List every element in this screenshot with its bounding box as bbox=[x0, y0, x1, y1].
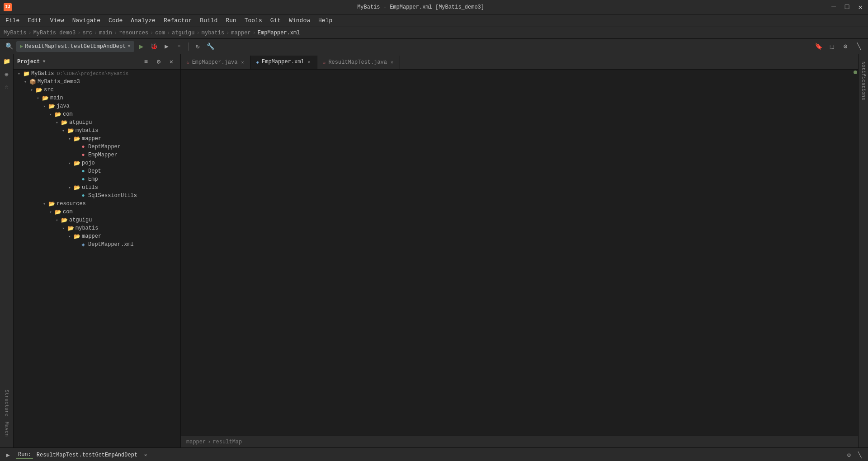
settings-button[interactable]: ⚙ bbox=[840, 41, 851, 52]
breadcrumb-sep-code: › bbox=[208, 439, 211, 445]
tree-item[interactable]: ▾📂mapper bbox=[14, 135, 180, 143]
menu-item-window[interactable]: Window bbox=[285, 16, 314, 25]
tab-close-java[interactable]: ✕ bbox=[240, 60, 245, 65]
run-tab-label[interactable]: Run: bbox=[16, 452, 33, 459]
menu-item-code[interactable]: Code bbox=[105, 16, 126, 25]
bookmarks-button[interactable]: 🔖 bbox=[813, 41, 824, 52]
tree-item[interactable]: ●Dept bbox=[14, 167, 180, 175]
more-run-options[interactable]: ≡ bbox=[174, 41, 185, 52]
menu-item-navigate[interactable]: Navigate bbox=[69, 16, 104, 25]
breadcrumb-main[interactable]: main bbox=[99, 30, 112, 36]
tab-empmapper-xml[interactable]: ◈ EmpMapper.xml ✕ bbox=[250, 56, 317, 69]
breadcrumb-src[interactable]: src bbox=[82, 30, 92, 36]
menu-item-tools[interactable]: Tools bbox=[241, 16, 266, 25]
menu-item-build[interactable]: Build bbox=[196, 16, 221, 25]
gutter-indicator bbox=[854, 71, 857, 74]
tree-node-label: SqlSessionUtils bbox=[88, 193, 137, 199]
tab-close-xml[interactable]: ✕ bbox=[307, 59, 311, 65]
menu-item-git[interactable]: Git bbox=[267, 16, 284, 25]
tree-item[interactable]: ●EmpMapper bbox=[14, 151, 180, 159]
tree-item[interactable]: ▾📂pojo bbox=[14, 159, 180, 167]
tree-item[interactable]: ●DeptMapper bbox=[14, 143, 180, 151]
sidebar-header: Project ▼ ≡ ⚙ ✕ bbox=[14, 54, 180, 70]
tree-item[interactable]: ▾📂mapper bbox=[14, 232, 180, 240]
show-options-icon[interactable]: ⚙ bbox=[153, 56, 164, 67]
coverage-button[interactable]: ▶ bbox=[161, 41, 172, 52]
menu-item-analyze[interactable]: Analyze bbox=[127, 16, 159, 25]
menu-item-view[interactable]: View bbox=[46, 16, 67, 25]
tree-item[interactable]: ▾📂com bbox=[14, 110, 180, 118]
breadcrumb-mybatis[interactable]: MyBatis bbox=[4, 30, 26, 36]
expand-button[interactable]: ⬚ bbox=[826, 41, 837, 52]
tree-node-label: pojo bbox=[82, 160, 95, 166]
tree-item[interactable]: ▾📂mybatis bbox=[14, 224, 180, 232]
maven-label[interactable]: Maven bbox=[4, 420, 9, 438]
tree-node-icon: 📂 bbox=[54, 208, 61, 216]
run-settings-icon[interactable]: ⚙ bbox=[844, 451, 854, 460]
breadcrumb-demo3[interactable]: MyBatis_demo3 bbox=[33, 30, 76, 36]
breadcrumb-atguigu[interactable]: atguigu bbox=[172, 30, 194, 36]
tree-arrow-icon: ▾ bbox=[41, 202, 48, 207]
breadcrumb-file: EmpMapper.xml bbox=[258, 30, 300, 36]
run-close-icon[interactable]: ╲ bbox=[855, 451, 864, 460]
tab-empmapper-java[interactable]: ☕ EmpMapper.java ✕ bbox=[181, 56, 250, 69]
bookmarks-icon[interactable]: ☆ bbox=[1, 81, 12, 92]
tree-item[interactable]: ▾📂mybatis bbox=[14, 127, 180, 135]
close-sidebar-icon[interactable]: ✕ bbox=[166, 56, 177, 67]
debug-button[interactable]: 🐞 bbox=[149, 41, 160, 52]
main-area: 📁 ◉ ☆ Structure Maven Project ▼ ≡ ⚙ ✕ ▾📁… bbox=[0, 54, 868, 447]
menu-item-help[interactable]: Help bbox=[315, 16, 336, 25]
tree-item[interactable]: ◈DeptMapper.xml bbox=[14, 240, 180, 249]
tree-item[interactable]: ●SqlSessionUtils bbox=[14, 192, 180, 200]
breadcrumb-resources[interactable]: resources bbox=[119, 30, 148, 36]
maximize-button[interactable]: □ bbox=[843, 3, 851, 11]
tree-item[interactable]: ▾📁MyBatis D:\IDEA\projects\MyBatis bbox=[14, 70, 180, 78]
close-button[interactable]: ✕ bbox=[856, 3, 864, 12]
menu-item-run[interactable]: Run bbox=[222, 16, 240, 25]
search-everywhere-icon[interactable]: 🔍 bbox=[4, 41, 14, 52]
breadcrumb-mybatis2[interactable]: mybatis bbox=[202, 30, 224, 36]
code-breadcrumb: mapper › resultMap bbox=[181, 436, 858, 447]
tree-item[interactable]: ▾📦MyBatis_demo3 bbox=[14, 78, 180, 86]
tab-close-test[interactable]: ✕ bbox=[390, 60, 394, 65]
collapse-all-icon[interactable]: ≡ bbox=[141, 56, 151, 67]
tree-item[interactable]: ▾📂resources bbox=[14, 200, 180, 208]
notifications-label[interactable]: Notifications bbox=[861, 60, 866, 102]
tree-item[interactable]: ●Emp bbox=[14, 175, 180, 183]
tree-item[interactable]: ▾📂atguigu bbox=[14, 118, 180, 127]
close-panel-button[interactable]: ╲ bbox=[854, 41, 864, 52]
tab-resultmaptest[interactable]: ☕ ResultMapTest.java ✕ bbox=[317, 56, 400, 69]
menu-item-file[interactable]: File bbox=[2, 16, 23, 25]
minimize-button[interactable]: ─ bbox=[830, 3, 838, 11]
tree-item[interactable]: ▾📂atguigu bbox=[14, 216, 180, 224]
code-editor[interactable] bbox=[181, 70, 858, 436]
tree-arrow-icon: ▾ bbox=[53, 218, 61, 223]
window-controls: ─ □ ✕ bbox=[830, 3, 864, 12]
close-run-tab-button[interactable]: ✕ bbox=[141, 451, 150, 460]
run-panel-header: ▶ Run: ResultMapTest.testGetEmpAndDept ✕… bbox=[0, 448, 868, 461]
menu-item-refactor[interactable]: Refactor bbox=[160, 16, 195, 25]
tree-item[interactable]: ▾📂utils bbox=[14, 183, 180, 192]
run-config-selector[interactable]: ▶ ResultMapTest.testGetEmpAndDept ▼ bbox=[16, 41, 134, 52]
tree-item[interactable]: ▾📂com bbox=[14, 208, 180, 216]
tools-button[interactable]: 🔧 bbox=[205, 41, 216, 52]
tree-node-icon: ● bbox=[80, 192, 87, 199]
update-button[interactable]: ↻ bbox=[193, 41, 203, 52]
tree-arrow-icon: ▾ bbox=[41, 104, 48, 109]
tree-item[interactable]: ▾📂main bbox=[14, 94, 180, 102]
run-button[interactable]: ▶ bbox=[136, 41, 147, 52]
top-breadcrumb: MyBatis › MyBatis_demo3 › src › main › r… bbox=[0, 27, 868, 39]
git-icon[interactable]: ◉ bbox=[1, 69, 12, 80]
code-content[interactable] bbox=[203, 70, 852, 436]
breadcrumb-mapper[interactable]: mapper bbox=[231, 30, 250, 36]
tree-item[interactable]: ▾📂src bbox=[14, 86, 180, 94]
run-rerun-button[interactable]: ▶ bbox=[4, 451, 13, 460]
structure-label[interactable]: Structure bbox=[4, 388, 9, 418]
tree-node-icon: 📂 bbox=[73, 160, 80, 167]
tree-item[interactable]: ▾📂java bbox=[14, 102, 180, 110]
tree-node-icon: 📂 bbox=[48, 200, 55, 207]
breadcrumb-com[interactable]: com bbox=[155, 30, 165, 36]
menu-item-edit[interactable]: Edit bbox=[24, 16, 45, 25]
tree-node-icon: ● bbox=[80, 151, 87, 159]
project-icon[interactable]: 📁 bbox=[1, 56, 12, 67]
